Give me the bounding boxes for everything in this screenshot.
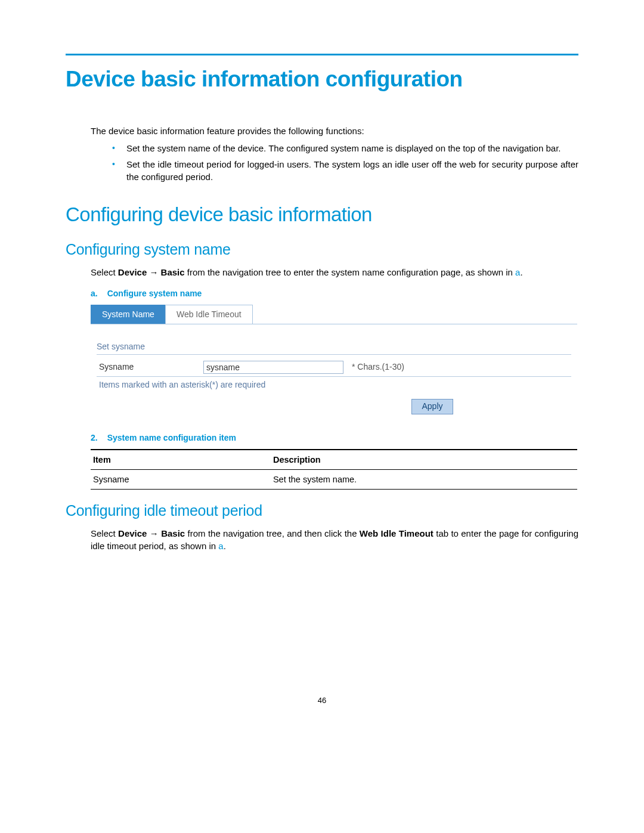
bullet-item: Set the idle timeout period for logged-i… [112,158,578,183]
sysname-label: Sysname [99,361,203,373]
required-note: Items marked with an asterisk(*) are req… [97,377,571,391]
section-heading-configuring: Configuring device basic information [66,201,578,228]
intro-text: The device basic information feature pro… [91,125,578,137]
table-header-item: Item [91,450,271,470]
table-caption-2: 2.System name configuration item [91,432,578,444]
subsection-heading-sysname: Configuring system name [66,239,578,260]
tab-bar: System Name Web Idle Timeout [91,305,577,325]
figure-caption-a: a.Configure system name [91,288,578,300]
apply-button[interactable]: Apply [411,399,453,414]
page-title: Device basic information configuration [66,64,578,95]
table-row: Sysname Set the system name. [91,469,577,489]
sysname-hint: * Chars.(1-30) [352,361,404,373]
table-cell-item: Sysname [91,469,271,489]
sysname-paragraph: Select Device → Basic from the navigatio… [91,266,578,278]
top-divider [66,54,578,55]
figure-xref: a [218,541,223,551]
fieldset-label: Set sysname [97,341,571,355]
bullet-item: Set the system name of the device. The c… [112,142,578,154]
tab-system-name[interactable]: System Name [91,305,166,324]
sysname-row: Sysname * Chars.(1-30) [97,358,571,377]
table-cell-desc: Set the system name. [271,469,577,489]
sysname-config-panel: System Name Web Idle Timeout Set sysname… [91,305,577,420]
subsection-heading-idle: Configuring idle timeout period [66,500,578,521]
idle-paragraph: Select Device → Basic from the navigatio… [91,527,578,552]
intro-bullets: Set the system name of the device. The c… [112,142,578,183]
tab-web-idle-timeout[interactable]: Web Idle Timeout [165,305,253,324]
page-number: 46 [66,695,578,706]
sysname-input[interactable] [203,361,343,374]
sysname-desc-table: Item Description Sysname Set the system … [91,449,577,490]
table-header-description: Description [271,450,577,470]
